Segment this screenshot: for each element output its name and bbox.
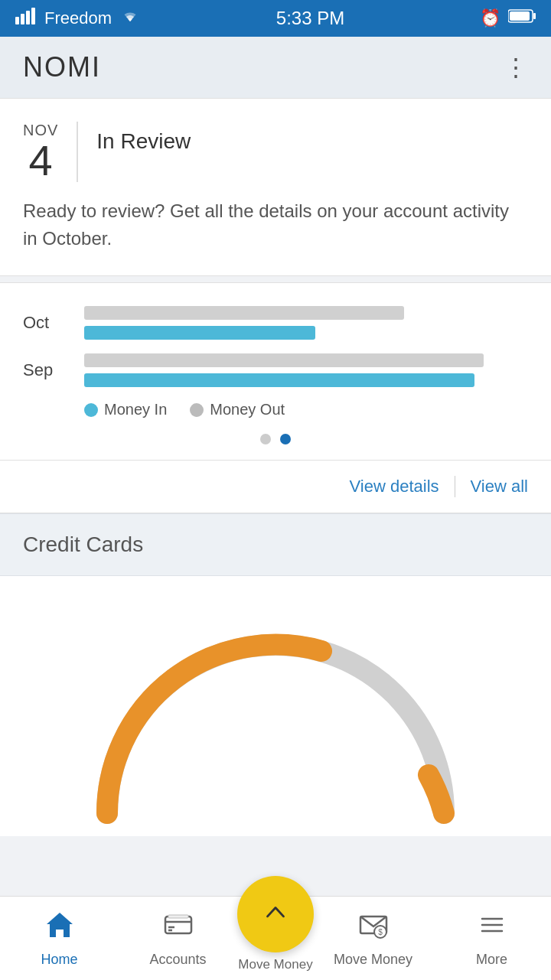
money-in-dot	[84, 403, 98, 417]
money-out-dot	[190, 403, 204, 417]
svg-rect-1	[21, 14, 24, 24]
credit-cards-section-header: Credit Cards	[0, 513, 551, 576]
svg-rect-6	[510, 11, 530, 21]
chart-row-sep: Sep	[23, 353, 528, 387]
svg-rect-5	[533, 13, 536, 19]
view-all-link[interactable]: View all	[471, 477, 528, 497]
accounts-icon	[162, 909, 194, 947]
chart-legend: Money In Money Out	[23, 401, 528, 418]
money-in-label: Money In	[104, 401, 167, 418]
status-bar: Freedom 5:33 PM ⏰	[0, 0, 551, 37]
nav-more[interactable]: More	[432, 897, 551, 980]
review-day: 4	[23, 139, 58, 182]
status-left: Freedom	[15, 8, 141, 29]
gauge-svg	[61, 599, 490, 829]
review-header: NOV 4 In Review	[23, 122, 528, 182]
view-divider	[455, 476, 455, 497]
review-body: Ready to review? Get all the details on …	[23, 197, 528, 252]
nav-move-money-icon[interactable]: $ Move Money	[314, 897, 432, 980]
app-title: NOMI	[23, 51, 101, 83]
view-details-link[interactable]: View details	[350, 477, 439, 497]
pagination	[23, 434, 528, 444]
svg-marker-7	[47, 913, 73, 937]
chart-label-oct: Oct	[23, 313, 84, 333]
chart-label-sep: Sep	[23, 360, 84, 380]
signal-icon	[15, 8, 37, 29]
chart-bars-oct	[84, 306, 528, 340]
chart-card: Oct Sep Money In Money Out	[0, 282, 551, 461]
nav-home-label: Home	[41, 952, 77, 968]
nav-move-money-text: Move Money	[334, 952, 412, 968]
nav-more-label: More	[476, 952, 507, 968]
home-icon	[44, 909, 76, 947]
svg-rect-3	[31, 8, 35, 24]
svg-text:$: $	[378, 928, 383, 936]
chart-bars-sep	[84, 353, 528, 387]
more-icon	[476, 909, 508, 947]
sep-money-in-bar	[84, 373, 474, 387]
gauge-container	[61, 599, 490, 829]
envelope-icon: $	[357, 909, 390, 947]
bottom-nav: Home Accounts Move Money	[0, 896, 551, 980]
move-money-fab[interactable]	[237, 876, 314, 952]
nav-accounts[interactable]: Accounts	[119, 897, 237, 980]
app-header: NOMI ⋮	[0, 37, 551, 98]
date-block: NOV 4	[23, 122, 78, 182]
status-time: 5:33 PM	[276, 8, 344, 29]
legend-money-in: Money In	[84, 401, 167, 418]
review-card: NOV 4 In Review Ready to review? Get all…	[0, 98, 551, 276]
sep-money-out-bar	[84, 353, 484, 367]
credit-cards-title: Credit Cards	[23, 532, 528, 557]
page-dot-1	[260, 434, 271, 444]
gauge-card	[0, 576, 551, 836]
review-status: In Review	[96, 122, 191, 154]
alarm-icon: ⏰	[480, 8, 500, 28]
svg-rect-12	[168, 915, 188, 918]
status-right: ⏰	[480, 8, 536, 28]
nav-move-money-label: Move Money	[238, 957, 312, 972]
view-links-row: View details View all	[0, 461, 551, 513]
nav-home[interactable]: Home	[0, 897, 119, 980]
svg-rect-0	[15, 17, 19, 24]
carrier-name: Freedom	[44, 8, 112, 28]
legend-money-out: Money Out	[190, 401, 285, 418]
oct-money-in-bar	[84, 326, 315, 340]
money-out-label: Money Out	[210, 401, 285, 418]
chart-row-oct: Oct	[23, 306, 528, 340]
nav-move-money-container: Move Money	[237, 899, 314, 978]
oct-money-out-bar	[84, 306, 404, 320]
nav-accounts-label: Accounts	[149, 952, 206, 968]
page-dot-2	[280, 434, 291, 444]
menu-button[interactable]: ⋮	[504, 53, 528, 82]
wifi-icon	[119, 8, 141, 29]
svg-rect-2	[26, 11, 30, 24]
battery-icon	[508, 8, 536, 28]
